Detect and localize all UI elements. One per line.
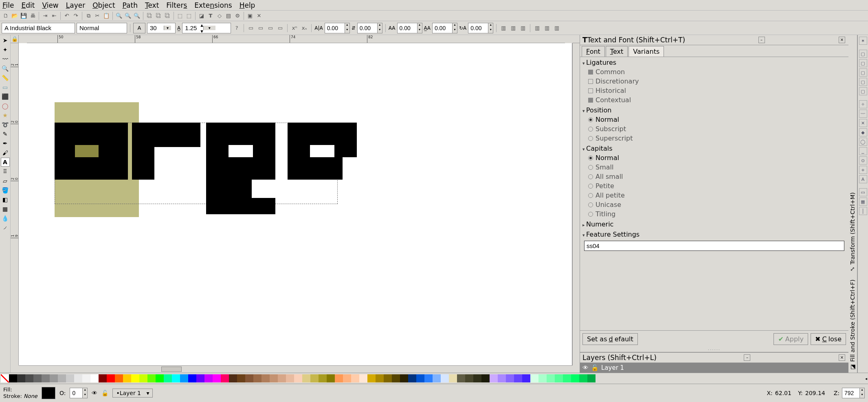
- fill-stroke-icon[interactable]: ◪: [198, 12, 206, 20]
- swatch[interactable]: [555, 374, 563, 382]
- swatch[interactable]: [473, 374, 481, 382]
- swatch[interactable]: [204, 374, 213, 382]
- tab-font[interactable]: Font: [582, 46, 605, 57]
- node-tool-icon[interactable]: ✦: [1, 45, 10, 54]
- current-fill-swatch[interactable]: [42, 387, 55, 399]
- swatch[interactable]: [481, 374, 490, 382]
- swatch[interactable]: [9, 374, 17, 382]
- snap-enable-icon[interactable]: ✶: [859, 37, 867, 45]
- ungroup-icon[interactable]: ⬚: [185, 12, 193, 20]
- align-left-icon[interactable]: ▭: [247, 24, 255, 32]
- selectors-icon[interactable]: ✕: [255, 12, 263, 20]
- menu-extensions[interactable]: Extensions: [194, 1, 232, 9]
- swatch[interactable]: [221, 374, 229, 382]
- swatch[interactable]: [335, 374, 343, 382]
- ellipse-tool-icon[interactable]: ◯: [1, 101, 10, 110]
- font-size-input[interactable]: [147, 24, 164, 32]
- orient-h-icon[interactable]: ▥: [499, 24, 508, 32]
- radio-cap-allsmall-icon[interactable]: [588, 174, 593, 179]
- swatch[interactable]: [261, 374, 270, 382]
- panel-iconify-icon[interactable]: –: [758, 37, 765, 43]
- orient-v1-icon[interactable]: ▥: [509, 24, 517, 32]
- print-icon[interactable]: 🖶: [29, 12, 37, 20]
- selector-tool-icon[interactable]: ➤: [1, 36, 10, 45]
- swatch[interactable]: [196, 374, 204, 382]
- swatch[interactable]: [58, 374, 66, 382]
- cut-icon[interactable]: ✂: [93, 12, 101, 20]
- swatch[interactable]: [367, 374, 376, 382]
- layer-lock-status-icon[interactable]: 🔓: [101, 390, 108, 396]
- swatch[interactable]: [563, 374, 571, 382]
- connector-tool-icon[interactable]: ⟋: [1, 223, 10, 232]
- swatch[interactable]: [408, 374, 416, 382]
- snap-centers-icon[interactable]: ▢: [859, 87, 867, 95]
- swatch[interactable]: [253, 374, 261, 382]
- radio-pos-sub-icon[interactable]: [588, 127, 593, 132]
- align-icon[interactable]: ▤: [224, 12, 233, 20]
- clone-icon[interactable]: ⿻: [154, 12, 163, 20]
- swatch[interactable]: [66, 374, 74, 382]
- tab-transform[interactable]: ⤢ Transform (Shift+Ctrl+M): [850, 193, 856, 272]
- radio-cap-unicase-icon[interactable]: [588, 202, 593, 207]
- tab-text[interactable]: Text: [606, 46, 628, 57]
- swatch[interactable]: [547, 374, 555, 382]
- snap-bbox-icon[interactable]: ▢: [859, 50, 867, 58]
- redo-icon[interactable]: ↷: [72, 12, 80, 20]
- spiral-tool-icon[interactable]: ➰: [1, 120, 10, 129]
- swatch[interactable]: [164, 374, 172, 382]
- swatch[interactable]: [99, 374, 107, 382]
- mesh-tool-icon[interactable]: ▦: [1, 204, 10, 213]
- swatch[interactable]: [457, 374, 465, 382]
- orient-v2-icon[interactable]: ▥: [519, 24, 527, 32]
- swatch[interactable]: [33, 374, 42, 382]
- bezier-tool-icon[interactable]: ✒: [1, 139, 10, 148]
- layer-row[interactable]: 👁 🔓 Layer 1: [580, 363, 848, 373]
- radio-pos-normal-icon[interactable]: [588, 117, 593, 122]
- swatch[interactable]: [351, 374, 359, 382]
- text-tool-icon[interactable]: A: [1, 158, 10, 167]
- line-height-input[interactable]: [182, 24, 200, 32]
- align-justify-icon[interactable]: ▭: [276, 24, 284, 32]
- lock-guides-icon[interactable]: 🔒: [11, 35, 19, 43]
- position-header[interactable]: Position: [582, 105, 846, 115]
- swatch[interactable]: [74, 374, 82, 382]
- snap-intersect-icon[interactable]: ✕: [859, 119, 867, 127]
- docprops-icon[interactable]: ▣: [246, 12, 254, 20]
- menu-layer[interactable]: Layer: [66, 1, 85, 9]
- set-default-button[interactable]: Set as default: [582, 333, 638, 345]
- swatch[interactable]: [433, 374, 441, 382]
- import-icon[interactable]: ⇥: [41, 12, 49, 20]
- rect-tool-icon[interactable]: ▭: [1, 83, 10, 92]
- swatch[interactable]: [587, 374, 596, 382]
- swatch[interactable]: [359, 374, 367, 382]
- radio-cap-allpetite-icon[interactable]: [588, 193, 593, 198]
- layer-lock-icon[interactable]: 🔓: [591, 364, 599, 371]
- vkern-spin[interactable]: ▴▾: [432, 23, 457, 33]
- snap-rotation-icon[interactable]: +: [859, 166, 867, 174]
- word-spacing-spin[interactable]: ▴▾: [357, 23, 382, 33]
- canvas[interactable]: [19, 43, 572, 365]
- swatch[interactable]: [579, 374, 587, 382]
- swatch[interactable]: [416, 374, 424, 382]
- swatch[interactable]: [172, 374, 180, 382]
- zoom-selection-icon[interactable]: 🔍: [115, 12, 123, 20]
- swatch[interactable]: [294, 374, 302, 382]
- swatch[interactable]: [392, 374, 400, 382]
- save-icon[interactable]: 💾: [20, 12, 28, 20]
- radio-cap-petite-icon[interactable]: [588, 184, 593, 189]
- group-icon[interactable]: ⬚: [176, 12, 184, 20]
- swatch[interactable]: [538, 374, 547, 382]
- font-size-combo[interactable]: ▾: [147, 23, 176, 33]
- swatch[interactable]: [82, 374, 90, 382]
- calligraphy-tool-icon[interactable]: 🖌: [1, 148, 10, 157]
- snap-paths-icon[interactable]: 〰: [859, 110, 867, 118]
- tab-fill-stroke[interactable]: ◪ Fill and Stroke (Shift+Ctrl+F): [850, 279, 856, 370]
- font-family-input[interactable]: [2, 24, 84, 32]
- swatch[interactable]: [310, 374, 319, 382]
- zoom-drawing-icon[interactable]: 🔍: [124, 12, 132, 20]
- swatch[interactable]: [490, 374, 498, 382]
- swatch[interactable]: [400, 374, 408, 382]
- swatch[interactable]: [115, 374, 123, 382]
- paste-icon[interactable]: 📋: [102, 12, 110, 20]
- menu-edit[interactable]: Edit: [21, 1, 35, 9]
